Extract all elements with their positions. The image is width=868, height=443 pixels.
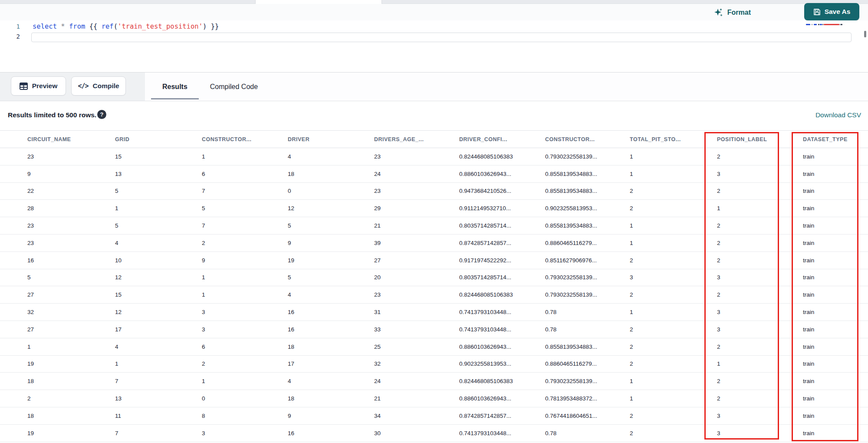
table-cell: 1: [27, 344, 115, 350]
table-cell: 4: [288, 153, 374, 160]
table-row: 181189340.8742857142857...0.767441860465…: [0, 407, 868, 425]
table-cell: train: [803, 240, 868, 246]
table-cell: 17: [115, 326, 202, 333]
table-cell: train: [803, 222, 868, 229]
table-cell: 13: [115, 395, 202, 402]
minimap-token: [820, 24, 822, 25]
table-cell: train: [803, 395, 868, 402]
tab-results[interactable]: Results: [151, 73, 199, 101]
column-header-total-pit-sto: TOTAL_PIT_STO...: [630, 136, 717, 142]
table-cell: 19: [27, 430, 115, 436]
table-cell: 7: [115, 378, 202, 384]
minimap-token: [818, 24, 819, 25]
table-cell: 0.7930232558139...: [545, 378, 630, 384]
table-cell: 32: [374, 360, 459, 367]
save-as-label: Save As: [825, 8, 851, 16]
table-cell: 9: [27, 171, 115, 177]
table-cell: 2: [717, 257, 803, 264]
table-cell: 0.8035714285714...: [459, 274, 545, 281]
table-cell: 1: [630, 309, 717, 315]
table-cell: 0.8860103626943...: [459, 171, 545, 177]
table-cell: 0.8558139534883...: [545, 344, 630, 350]
table-cell: 18: [288, 395, 374, 402]
editor-scrollbar-thumb[interactable]: [864, 31, 866, 37]
column-header-constructor: CONSTRUCTOR...: [545, 136, 630, 142]
sql-token: (: [114, 23, 118, 30]
table-cell: 2: [630, 188, 717, 194]
column-header-constructor: CONSTRUCTOR...: [202, 136, 288, 142]
table-cell: 2: [630, 430, 717, 436]
table-cell: 0.9112149532710...: [459, 205, 545, 212]
table-cell: train: [803, 153, 868, 160]
table-cell: 25: [374, 344, 459, 350]
table-cell: train: [803, 344, 868, 350]
table-cell: 1: [630, 222, 717, 229]
compile-button[interactable]: </> Compile: [71, 76, 126, 96]
table-cell: 9: [288, 413, 374, 419]
table-cell: 1: [630, 153, 717, 160]
sql-editor[interactable]: 1 2 select * from {{ ref('train_test_pos…: [0, 20, 868, 72]
table-cell: 2: [202, 360, 288, 367]
table-cell: 8: [202, 413, 288, 419]
table-cell: 0.78: [545, 309, 630, 315]
table-cell: train: [803, 205, 868, 212]
line-number: 2: [0, 32, 20, 42]
table-cell: 0.9023255813953...: [459, 360, 545, 367]
column-header-driver: DRIVER: [288, 136, 374, 142]
table-row: 22570230.9473684210526...0.8558139534883…: [0, 183, 868, 200]
table-row: 14618250.8860103626943...0.8558139534883…: [0, 338, 868, 356]
table-cell: 29: [374, 205, 459, 212]
table-cell: 6: [202, 171, 288, 177]
save-as-button[interactable]: Save As: [804, 3, 859, 20]
table-cell: 1: [115, 360, 202, 367]
download-csv-link[interactable]: Download CSV: [815, 111, 861, 119]
table-cell: 2: [630, 360, 717, 367]
table-cell: train: [803, 309, 868, 315]
table-cell: 5: [115, 222, 202, 229]
line-number: 1: [0, 22, 20, 32]
table-header-row: CIRCUIT_NAMEGRIDCONSTRUCTOR...DRIVERDRIV…: [0, 130, 868, 148]
table-cell: 1: [630, 378, 717, 384]
table-cell: 9: [202, 257, 288, 264]
sql-code-line[interactable]: select * from {{ ref('train_test_positio…: [33, 22, 219, 32]
active-file-tab[interactable]: [255, 0, 382, 4]
sql-token: }}: [207, 23, 219, 30]
table-cell: train: [803, 378, 868, 384]
table-cell: 6: [202, 344, 288, 350]
table-cell: 7: [115, 430, 202, 436]
table-row: 23575210.8035714285714...0.8558139534883…: [0, 217, 868, 235]
tab-compiled-code[interactable]: Compiled Code: [199, 73, 269, 101]
table-cell: 0.8860103626943...: [459, 344, 545, 350]
results-limit-text: Results limited to 500 rows.: [8, 111, 96, 119]
results-table: CIRCUIT_NAMEGRIDCONSTRUCTOR...DRIVERDRIV…: [0, 130, 868, 442]
table-cell: 2: [717, 291, 803, 298]
table-cell: 24: [374, 378, 459, 384]
editor-active-line[interactable]: [31, 33, 852, 42]
table-cell: 0.7930232558139...: [545, 274, 630, 281]
preview-button[interactable]: Preview: [11, 76, 66, 96]
table-cell: 23: [374, 188, 459, 194]
format-button[interactable]: Format: [714, 7, 751, 19]
table-cell: 3: [202, 430, 288, 436]
column-header-position-label: POSITION_LABEL: [717, 136, 803, 142]
table-cell: 21: [374, 395, 459, 402]
table-cell: 0.8558139534883...: [545, 222, 630, 229]
table-cell: train: [803, 171, 868, 177]
table-cell: 2: [27, 395, 115, 402]
table-cell: 23: [374, 153, 459, 160]
help-icon[interactable]: ?: [97, 110, 106, 119]
table-cell: 2: [630, 257, 717, 264]
minimap-token: [822, 24, 823, 25]
table-cell: 2: [717, 222, 803, 229]
column-header-driver-confi: DRIVER_CONFI...: [459, 136, 545, 142]
table-cell: 0.7674418604651...: [545, 413, 630, 419]
table-cell: 2: [630, 291, 717, 298]
editor-minimap[interactable]: [806, 23, 845, 26]
table-cell: 16: [288, 326, 374, 333]
table-row: 2717316330.7413793103448...0.7823train: [0, 321, 868, 338]
table-icon: [20, 83, 28, 90]
table-cell: 0.8511627906976...: [545, 257, 630, 264]
table-cell: 4: [288, 378, 374, 384]
table-row: 18714240.8244680851063830.7930232558139.…: [0, 373, 868, 390]
table-cell: 1: [202, 274, 288, 281]
